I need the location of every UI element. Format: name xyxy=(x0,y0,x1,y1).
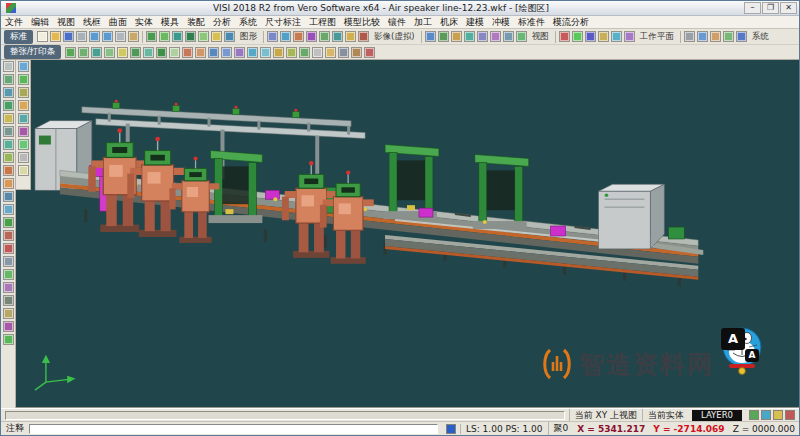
mirror-icon[interactable] xyxy=(234,47,245,58)
layer-tool-icon[interactable] xyxy=(3,113,14,124)
layer-indicator[interactable]: LAYER0 xyxy=(692,410,742,421)
scale-field[interactable]: LS: 1.00 PS: 1.00 xyxy=(460,424,548,434)
lock-icon[interactable] xyxy=(18,152,29,163)
menu-machine-tool[interactable]: 机床 xyxy=(436,16,462,29)
shade-icon[interactable] xyxy=(146,31,157,42)
offset-icon[interactable] xyxy=(169,47,180,58)
redraw-icon[interactable] xyxy=(18,113,29,124)
group-field[interactable]: 聚0 xyxy=(548,422,574,435)
help-icon[interactable] xyxy=(736,31,747,42)
wcs-icon[interactable] xyxy=(3,165,14,176)
extend-icon[interactable] xyxy=(195,47,206,58)
view-mode-field[interactable]: 当前 XY 上视图 xyxy=(569,409,642,422)
rotate-view-icon[interactable] xyxy=(332,31,343,42)
prev-view-icon[interactable] xyxy=(477,31,488,42)
orbit-icon[interactable] xyxy=(3,100,14,111)
rotate-icon[interactable] xyxy=(273,47,284,58)
menu-dimension[interactable]: 尺寸标注 xyxy=(261,16,305,29)
front-view-icon[interactable] xyxy=(438,31,449,42)
stereo-icon[interactable] xyxy=(306,31,317,42)
edit-tool-icon[interactable] xyxy=(3,230,14,241)
render-icon[interactable] xyxy=(185,31,196,42)
workplane-face-icon[interactable] xyxy=(611,31,622,42)
calculator-icon[interactable] xyxy=(723,31,734,42)
light-icon[interactable] xyxy=(211,31,222,42)
snap-indicator-icon[interactable] xyxy=(446,424,456,434)
wireframe-icon[interactable] xyxy=(159,31,170,42)
new-file-icon[interactable] xyxy=(37,31,48,42)
undo-icon[interactable] xyxy=(89,31,100,42)
redo-icon[interactable] xyxy=(102,31,113,42)
menu-file[interactable]: 文件 xyxy=(1,16,27,29)
refresh-view-icon[interactable] xyxy=(516,31,527,42)
sketch-icon[interactable] xyxy=(65,47,76,58)
named-view-icon[interactable] xyxy=(490,31,501,42)
workplane-xy-icon[interactable] xyxy=(559,31,570,42)
fit-icon[interactable] xyxy=(18,74,29,85)
solid-tool-icon[interactable] xyxy=(3,191,14,202)
move-icon[interactable] xyxy=(247,47,258,58)
close-button[interactable]: ✕ xyxy=(780,2,797,14)
camera-icon[interactable] xyxy=(267,31,278,42)
zoom-tool-icon[interactable] xyxy=(3,87,14,98)
menu-analysis[interactable]: 分析 xyxy=(209,16,235,29)
copy-icon[interactable] xyxy=(260,47,271,58)
unlock-icon[interactable] xyxy=(18,165,29,176)
dimension-icon[interactable] xyxy=(325,47,336,58)
workplane-3pt-icon[interactable] xyxy=(598,31,609,42)
prompt-input[interactable] xyxy=(29,424,438,434)
surface-tool-icon[interactable] xyxy=(3,204,14,215)
delete-tool-icon[interactable] xyxy=(3,243,14,254)
menu-solid[interactable]: 实体 xyxy=(131,16,157,29)
side-view-icon[interactable] xyxy=(451,31,462,42)
curve-tool-icon[interactable] xyxy=(3,217,14,228)
menu-modeling[interactable]: 建模 xyxy=(462,16,488,29)
animation-icon[interactable] xyxy=(293,31,304,42)
texture-icon[interactable] xyxy=(198,31,209,42)
pen-color-chip[interactable] xyxy=(773,410,783,420)
menu-die[interactable]: 冲模 xyxy=(488,16,514,29)
menu-assembly[interactable]: 装配 xyxy=(183,16,209,29)
point-icon[interactable] xyxy=(117,47,128,58)
section-icon[interactable] xyxy=(3,282,14,293)
settings-icon[interactable] xyxy=(684,31,695,42)
hatch-icon[interactable] xyxy=(351,47,362,58)
material-icon[interactable] xyxy=(224,31,235,42)
menu-model-compare[interactable]: 模型比较 xyxy=(340,16,384,29)
entity-mode-field[interactable]: 当前实体 xyxy=(642,409,689,422)
tab-sheet-print[interactable]: 整张/打印条 xyxy=(4,45,61,59)
menu-standard-parts[interactable]: 标准件 xyxy=(514,16,549,29)
menu-edit[interactable]: 编辑 xyxy=(27,16,53,29)
hide-icon[interactable] xyxy=(18,126,29,137)
cut-icon[interactable] xyxy=(115,31,126,42)
array-icon[interactable] xyxy=(299,47,310,58)
polygon-icon[interactable] xyxy=(143,47,154,58)
hidden-line-icon[interactable] xyxy=(172,31,183,42)
line-color-chip[interactable] xyxy=(761,410,771,420)
workplane-reset-icon[interactable] xyxy=(624,31,635,42)
workplane-yz-icon[interactable] xyxy=(572,31,583,42)
pan-tool-icon[interactable] xyxy=(3,74,14,85)
view-cube-icon[interactable] xyxy=(18,61,29,72)
paste-icon[interactable] xyxy=(128,31,139,42)
rectangle-icon[interactable] xyxy=(130,47,141,58)
hide-tool-icon[interactable] xyxy=(3,321,14,332)
erase-icon[interactable] xyxy=(364,47,375,58)
spline-icon[interactable] xyxy=(156,47,167,58)
save-icon[interactable] xyxy=(63,31,74,42)
attributes-icon[interactable] xyxy=(710,31,721,42)
split-view-icon[interactable] xyxy=(503,31,514,42)
ortho-icon[interactable] xyxy=(3,152,14,163)
info-icon[interactable] xyxy=(3,256,14,267)
minimize-button[interactable]: – xyxy=(744,2,761,14)
ucs-icon[interactable] xyxy=(3,178,14,189)
fillet-icon[interactable] xyxy=(208,47,219,58)
pan-icon[interactable] xyxy=(319,31,330,42)
grid-icon[interactable] xyxy=(3,126,14,137)
menu-view[interactable]: 视图 xyxy=(53,16,79,29)
text-icon[interactable] xyxy=(338,47,349,58)
menu-machining[interactable]: 加工 xyxy=(410,16,436,29)
menu-flow-analysis[interactable]: 模流分析 xyxy=(549,16,593,29)
analyze-icon[interactable] xyxy=(3,269,14,280)
menu-insert[interactable]: 镶件 xyxy=(384,16,410,29)
